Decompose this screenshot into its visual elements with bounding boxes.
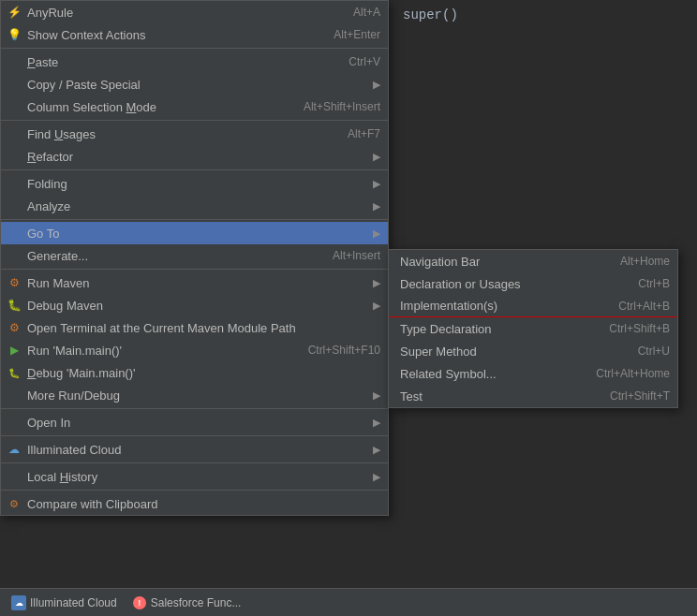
menu-item-debug-main[interactable]: 🐛 Debug 'Main.main()' [1, 361, 388, 384]
submenu-item-navigation-bar[interactable]: Navigation Bar Alt+Home [389, 250, 677, 272]
menu-item-any-rule[interactable]: ⚡ AnyRule Alt+A [1, 1, 388, 23]
run-maven-label: Run Maven [27, 276, 368, 290]
generate-label: Generate... [27, 249, 314, 263]
any-rule-shortcut: Alt+A [353, 6, 380, 19]
column-selection-shortcut: Alt+Shift+Insert [304, 100, 380, 113]
more-run-debug-arrow: ▶ [373, 389, 380, 402]
test-shortcut: Ctrl+Shift+T [610, 389, 670, 403]
debug-maven-label: Debug Maven [27, 299, 368, 313]
taskbar-illuminated-cloud-label: Illuminated Cloud [30, 596, 117, 609]
separator-3 [1, 169, 388, 170]
taskbar-salesforce-label: Salesforce Func... [151, 596, 242, 609]
separator-4 [1, 219, 388, 220]
taskbar: ☁ Illuminated Cloud ! Salesforce Func... [0, 588, 697, 616]
submenu-item-test[interactable]: Test Ctrl+Shift+T [389, 385, 677, 407]
folding-arrow: ▶ [373, 178, 380, 190]
test-label: Test [400, 389, 591, 403]
any-rule-label: AnyRule [27, 6, 334, 20]
menu-item-open-terminal[interactable]: ⚙ Open Terminal at the Current Maven Mod… [1, 316, 388, 339]
open-in-label: Open In [27, 416, 368, 430]
run-main-label: Run 'Main.main()' [27, 344, 289, 358]
submenu-item-related-symbols[interactable]: Related Symbol... Ctrl+Alt+Home [389, 362, 677, 385]
submenu-item-implementations[interactable]: Implementation(s) Ctrl+Alt+B [389, 295, 677, 317]
super-method-label: Super Method [400, 345, 619, 359]
cloud-badge: ☁ [11, 595, 26, 610]
code-editor-text: super() [403, 7, 458, 22]
context-actions-icon: 💡 [7, 27, 22, 42]
menu-item-column-selection[interactable]: Column Selection Mode Alt+Shift+Insert [1, 95, 388, 118]
navigation-bar-label: Navigation Bar [400, 255, 601, 269]
column-selection-label: Column Selection Mode [27, 100, 285, 114]
taskbar-cloud-icon: ☁ [11, 595, 26, 610]
related-symbols-label: Related Symbol... [400, 367, 577, 381]
menu-item-generate[interactable]: Generate... Alt+Insert [1, 244, 388, 267]
debug-main-label: Debug 'Main.main()' [27, 366, 380, 380]
goto-submenu: Navigation Bar Alt+Home Declaration or U… [388, 249, 678, 408]
submenu-item-super-method[interactable]: Super Method Ctrl+U [389, 340, 677, 362]
menu-item-run-maven[interactable]: ⚙ Run Maven ▶ [1, 271, 388, 294]
compare-clipboard-icon: ⚙ [7, 496, 22, 511]
illuminated-cloud-label: Illuminated Cloud [27, 443, 368, 457]
refactor-arrow: ▶ [373, 151, 380, 163]
salesforce-badge: ! [133, 596, 146, 609]
menu-item-paste[interactable]: Paste Ctrl+V [1, 51, 388, 73]
analyze-arrow: ▶ [373, 200, 380, 213]
separator-2 [1, 120, 388, 121]
copy-paste-label: Copy / Paste Special [27, 78, 368, 92]
menu-item-compare-clipboard[interactable]: ⚙ Compare with Clipboard [1, 492, 388, 515]
context-actions-shortcut: Alt+Enter [334, 28, 380, 41]
separator-1 [1, 48, 388, 49]
menu-item-go-to[interactable]: Go To ▶ [1, 222, 388, 244]
run-maven-arrow: ▶ [373, 277, 380, 289]
taskbar-illuminated-cloud[interactable]: ☁ Illuminated Cloud [4, 589, 125, 616]
separator-8 [1, 462, 388, 463]
menu-item-open-in[interactable]: Open In ▶ [1, 411, 388, 433]
any-rule-icon: ⚡ [7, 5, 22, 20]
context-menu: ⚡ AnyRule Alt+A 💡 Show Context Actions A… [0, 0, 389, 516]
taskbar-salesforce-icon: ! [132, 595, 147, 610]
illuminated-cloud-menu-icon: ☁ [7, 442, 22, 457]
menu-item-copy-paste-special[interactable]: Copy / Paste Special ▶ [1, 73, 388, 95]
submenu-item-declaration-usages[interactable]: Declaration or Usages Ctrl+B [389, 272, 677, 295]
go-to-label: Go To [27, 227, 368, 241]
menu-item-debug-maven[interactable]: 🐛 Debug Maven ▶ [1, 294, 388, 316]
debug-maven-icon: 🐛 [7, 298, 22, 313]
navigation-bar-shortcut: Alt+Home [620, 255, 670, 268]
open-in-arrow: ▶ [373, 417, 380, 429]
related-symbols-shortcut: Ctrl+Alt+Home [596, 367, 670, 380]
illuminated-cloud-arrow: ▶ [373, 444, 380, 456]
local-history-arrow: ▶ [373, 471, 380, 483]
declaration-usages-label: Declaration or Usages [400, 277, 619, 291]
debug-main-icon: 🐛 [7, 365, 22, 380]
menu-item-illuminated-cloud[interactable]: ☁ Illuminated Cloud ▶ [1, 438, 388, 461]
submenu-item-type-declaration[interactable]: Type Declaration Ctrl+Shift+B [389, 317, 677, 340]
menu-item-analyze[interactable]: Analyze ▶ [1, 195, 388, 217]
menu-item-show-context-actions[interactable]: 💡 Show Context Actions Alt+Enter [1, 23, 388, 46]
open-terminal-label: Open Terminal at the Current Maven Modul… [27, 321, 380, 335]
menu-item-more-run-debug[interactable]: More Run/Debug ▶ [1, 384, 388, 406]
copy-paste-arrow: ▶ [373, 79, 380, 91]
run-maven-icon: ⚙ [7, 275, 22, 290]
separator-9 [1, 490, 388, 491]
menu-item-local-history[interactable]: Local History ▶ [1, 465, 388, 488]
implementations-label: Implementation(s) [400, 299, 600, 313]
implementations-shortcut: Ctrl+Alt+B [618, 300, 670, 313]
menu-item-folding[interactable]: Folding ▶ [1, 172, 388, 195]
local-history-label: Local History [27, 470, 368, 484]
context-actions-label: Show Context Actions [27, 28, 315, 42]
declaration-usages-shortcut: Ctrl+B [638, 277, 670, 290]
paste-shortcut: Ctrl+V [348, 55, 380, 68]
menu-item-run-main[interactable]: ▶ Run 'Main.main()' Ctrl+Shift+F10 [1, 339, 388, 361]
find-usages-shortcut: Alt+F7 [348, 127, 380, 140]
separator-6 [1, 408, 388, 409]
paste-label: Paste [27, 55, 330, 69]
find-usages-label: Find Usages [27, 127, 329, 141]
super-method-shortcut: Ctrl+U [638, 345, 670, 358]
menu-item-find-usages[interactable]: Find Usages Alt+F7 [1, 123, 388, 145]
terminal-icon: ⚙ [7, 320, 22, 335]
analyze-label: Analyze [27, 199, 368, 213]
taskbar-salesforce[interactable]: ! Salesforce Func... [125, 589, 249, 616]
run-main-shortcut: Ctrl+Shift+F10 [308, 344, 380, 357]
separator-7 [1, 435, 388, 436]
menu-item-refactor[interactable]: Refactor ▶ [1, 145, 388, 168]
